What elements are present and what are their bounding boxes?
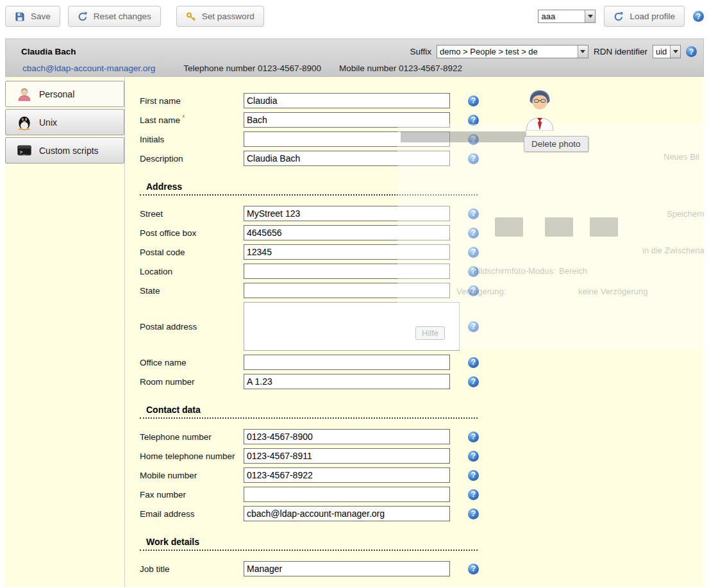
toolbar-right: aaa Load profile — [538, 6, 704, 27]
key-icon — [186, 12, 196, 22]
field-input-job-title[interactable] — [244, 561, 450, 576]
header-mobile: Mobile number 0123-4567-8922 — [339, 63, 462, 73]
form-row: Job title — [140, 561, 704, 576]
help-icon[interactable] — [468, 115, 479, 126]
field-input-first-name[interactable] — [244, 93, 450, 108]
field-input-last-name[interactable] — [244, 112, 450, 128]
field-label: Postal code — [140, 248, 244, 257]
profile-select[interactable]: aaa — [538, 10, 596, 23]
field-input-initials[interactable] — [244, 131, 450, 147]
form-row: Location — [140, 264, 704, 279]
field-input-state[interactable] — [244, 283, 450, 298]
field-label: Room number — [140, 377, 244, 387]
help-icon[interactable] — [468, 508, 479, 519]
field-label: Fax number — [140, 490, 244, 500]
form-row: Telephone number — [140, 429, 704, 444]
tux-icon — [17, 115, 32, 130]
page: Claudia Bach Suffix demo > People > test… — [0, 38, 709, 587]
chevron-down-icon — [578, 46, 588, 58]
svg-text:>_: >_ — [20, 149, 26, 155]
sidebar-item-personal[interactable]: Personal — [5, 81, 124, 107]
field-input-mobile-number[interactable] — [244, 467, 450, 483]
help-icon[interactable] — [468, 247, 479, 258]
header-telephone: Telephone number 0123-4567-8900 — [183, 63, 321, 73]
form-row: Street — [140, 206, 704, 221]
person-icon — [17, 87, 32, 102]
field-input-office-name[interactable] — [244, 355, 450, 370]
reset-changes-button[interactable]: Reset changes — [68, 6, 161, 27]
account-header: Claudia Bach Suffix demo > People > test… — [5, 38, 704, 77]
rdn-identifier-select[interactable]: uid — [653, 45, 681, 58]
field-input-email-address[interactable] — [244, 506, 450, 521]
help-icon[interactable] — [468, 266, 479, 277]
rdn-identifier-label: RDN identifier — [594, 47, 647, 56]
form-row: Mobile number — [140, 467, 704, 483]
user-photo — [524, 90, 556, 133]
sidebar-item-unix[interactable]: Unix — [5, 109, 124, 135]
field-label: Job title — [140, 564, 244, 574]
save-icon — [15, 12, 25, 22]
rdn-select-value: uid — [656, 47, 667, 56]
form-row: Description — [140, 151, 704, 166]
help-icon[interactable] — [468, 564, 479, 575]
form-row: Email address — [140, 506, 704, 521]
suffix-select-value: demo > People > test > de — [440, 47, 574, 56]
field-input-postal-address[interactable] — [244, 302, 460, 351]
field-input-home-telephone-number[interactable] — [244, 448, 450, 464]
help-icon[interactable] — [468, 470, 479, 481]
form-row: First name — [140, 93, 704, 108]
help-icon[interactable] — [468, 228, 479, 239]
help-icon[interactable] — [468, 321, 479, 332]
field-input-post-office-box[interactable] — [244, 225, 450, 240]
section-header-address: Address — [140, 181, 478, 196]
form-row: Office name — [140, 355, 704, 370]
field-input-postal-code[interactable] — [244, 244, 450, 260]
content: PersonalUnix>_Custom scripts First nameL… — [5, 77, 704, 587]
email-link[interactable]: cbach@ldap-account-manager.org — [12, 63, 155, 73]
help-icon[interactable] — [468, 357, 479, 368]
terminal-icon: >_ — [17, 143, 32, 158]
help-icon[interactable] — [468, 285, 479, 296]
help-icon[interactable] — [468, 376, 479, 387]
sidebar-item-label: Unix — [39, 117, 57, 128]
sidebar-item-label: Custom scripts — [39, 146, 99, 156]
field-input-location[interactable] — [244, 264, 450, 279]
field-input-description[interactable] — [244, 151, 450, 166]
sidebar-item-custom-scripts[interactable]: >_Custom scripts — [5, 137, 124, 164]
chevron-down-icon — [585, 10, 595, 22]
help-icon[interactable] — [468, 432, 479, 442]
help-icon[interactable] — [468, 153, 479, 164]
form-row: Post office box — [140, 225, 704, 240]
load-profile-button[interactable]: Load profile — [604, 6, 685, 27]
field-input-street[interactable] — [244, 206, 450, 221]
save-button[interactable]: Save — [5, 6, 60, 27]
field-input-telephone-number[interactable] — [244, 429, 450, 444]
reset-changes-label: Reset changes — [94, 12, 151, 21]
form-row: Room number — [140, 374, 704, 389]
help-icon[interactable] — [468, 208, 479, 219]
field-input-room-number[interactable] — [244, 374, 450, 389]
field-label: Post office box — [140, 228, 244, 238]
sidebar-item-label: Personal — [39, 89, 74, 99]
help-icon[interactable] — [693, 11, 704, 22]
field-input-fax-number[interactable] — [244, 487, 450, 502]
form-row: Fax number — [140, 487, 704, 502]
help-icon[interactable] — [468, 451, 479, 462]
field-label: Location — [140, 267, 244, 276]
account-name: Claudia Bach — [12, 47, 76, 56]
field-label: Last name* — [140, 115, 244, 125]
form-row: Last name* — [140, 112, 704, 128]
field-label: Home telephone number — [140, 451, 244, 461]
field-label: Telephone number — [140, 432, 244, 442]
chevron-down-icon — [670, 46, 680, 58]
help-icon[interactable] — [468, 489, 479, 500]
suffix-select[interactable]: demo > People > test > de — [437, 45, 588, 58]
help-icon[interactable] — [468, 134, 479, 145]
set-password-button[interactable]: Set password — [176, 6, 264, 27]
field-label: State — [140, 286, 244, 296]
help-icon[interactable] — [468, 96, 479, 106]
field-label: First name — [140, 96, 244, 106]
delete-photo-button[interactable]: Delete photo — [524, 136, 588, 152]
load-profile-icon — [613, 12, 624, 22]
help-icon[interactable] — [686, 46, 697, 57]
